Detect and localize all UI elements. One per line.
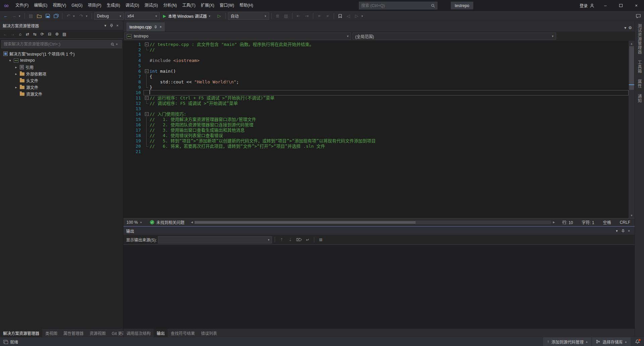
code-line-4[interactable]: 4#include <iostream> bbox=[123, 58, 629, 63]
notifications-button[interactable] bbox=[631, 337, 644, 346]
active-documents-chevron-icon[interactable]: ▾ bbox=[624, 25, 626, 30]
editor-vertical-scrollbar[interactable]: ▲ ▼ bbox=[629, 41, 635, 218]
next-message-icon[interactable]: ⇣ bbox=[286, 236, 294, 244]
breakpoint-margin[interactable] bbox=[123, 53, 130, 58]
close-icon[interactable]: × bbox=[114, 22, 120, 28]
chevron-down-icon[interactable]: ▾ bbox=[102, 22, 108, 28]
fold-margin[interactable] bbox=[144, 122, 150, 128]
start-debugging-button[interactable]: ▶ 本地 Windows 调试器 ▾ bbox=[161, 12, 215, 20]
breakpoint-margin[interactable] bbox=[123, 138, 130, 144]
menu-item-edit[interactable]: 编辑(E) bbox=[31, 0, 50, 11]
background-tasks-icon[interactable] bbox=[3, 340, 7, 343]
prev-message-icon[interactable]: ⇡ bbox=[278, 236, 285, 244]
menu-item-build[interactable]: 生成(B) bbox=[104, 0, 123, 11]
status-char[interactable]: 字符: 1 bbox=[577, 218, 598, 226]
fold-margin[interactable] bbox=[144, 106, 150, 112]
pin-icon[interactable] bbox=[620, 228, 626, 234]
solution-explorer-search-box[interactable]: ▾ bbox=[1, 40, 122, 48]
code-line-1[interactable]: 1−// testrepo.cpp : 此文件包含 "main" 函数。程序执行… bbox=[123, 42, 629, 47]
comment-selection-icon[interactable]: ≡ bbox=[316, 12, 323, 20]
breakpoint-margin[interactable] bbox=[123, 58, 130, 63]
member-list-icon[interactable]: ≣ bbox=[274, 12, 281, 20]
breakpoint-margin[interactable] bbox=[123, 63, 130, 69]
tab-testrepo-cpp[interactable]: testrepo.cpp × bbox=[126, 22, 165, 31]
code-line-17[interactable]: 17// 3. 使用输出窗口查看生成输出和其他消息 bbox=[123, 128, 629, 133]
output-source-dropdown[interactable]: ▾ bbox=[158, 236, 272, 244]
auto-dropdown[interactable]: 自动 ▾ bbox=[228, 12, 269, 20]
breakpoint-margin[interactable] bbox=[123, 90, 130, 95]
collapse-region-icon[interactable]: − bbox=[145, 43, 149, 46]
select-repository-button[interactable]: 选择存储库 ▴ bbox=[592, 337, 631, 346]
code-line-16[interactable]: 16// 2. 使用团队资源管理器窗口连接到源代码管理 bbox=[123, 122, 629, 128]
status-eol[interactable]: CRLF bbox=[615, 218, 635, 226]
redo-chevron-icon[interactable]: ▾ bbox=[86, 14, 89, 18]
fold-margin[interactable]: − bbox=[144, 95, 150, 101]
menu-item-extensions[interactable]: 扩展(X) bbox=[198, 0, 217, 11]
menu-item-tools[interactable]: 工具(T) bbox=[179, 0, 198, 11]
menu-item-project[interactable]: 项目(P) bbox=[85, 0, 104, 11]
next-bookmark-icon[interactable]: ▷ bbox=[353, 12, 361, 20]
save-all-icon[interactable] bbox=[52, 12, 60, 20]
collapse-region-icon[interactable]: − bbox=[145, 69, 149, 73]
right-dock-tab-notifications[interactable]: 通知 bbox=[637, 94, 642, 103]
open-file-icon[interactable] bbox=[36, 12, 43, 20]
se-home-icon[interactable]: ⌂ bbox=[17, 31, 23, 38]
project-scope-dropdown[interactable]: ++ testrepo ▾ bbox=[124, 32, 351, 40]
status-line[interactable]: 行: 10 bbox=[558, 218, 577, 226]
right-dock-tab-properties[interactable]: 属性 bbox=[637, 79, 642, 88]
panel-tab-find-symbol-results[interactable]: 查找符号结果 bbox=[168, 329, 198, 337]
configuration-dropdown[interactable]: Debug ▾ bbox=[94, 12, 124, 20]
code-line-12[interactable]: 12// 调试程序: F5 或调试 >“开始调试”菜单 bbox=[123, 101, 629, 106]
panel-tab-resource-view[interactable]: 资源视图 bbox=[87, 329, 109, 337]
scroll-left-icon[interactable]: ◀ bbox=[189, 221, 195, 224]
menu-item-test[interactable]: 测试(S) bbox=[142, 0, 161, 11]
solution-explorer-header[interactable]: 解决方案资源管理器 ▾ × bbox=[0, 21, 123, 30]
scroll-up-icon[interactable]: ▲ bbox=[629, 41, 635, 46]
panel-tab-solution-explorer[interactable]: 解决方案资源管理器 bbox=[0, 329, 42, 337]
se-properties-icon[interactable]: ⚙ bbox=[54, 31, 60, 38]
close-button[interactable]: × bbox=[629, 0, 644, 11]
code-line-2[interactable]: 2// bbox=[123, 47, 629, 53]
code-editor[interactable]: 1−// testrepo.cpp : 此文件包含 "main" 函数。程序执行… bbox=[123, 41, 629, 218]
start-without-debugging-icon[interactable]: ▷ bbox=[216, 12, 223, 20]
decrease-indent-icon[interactable]: ⇤ bbox=[295, 12, 302, 20]
output-content[interactable] bbox=[123, 245, 635, 329]
tree-item-source-files[interactable]: ▸ 源文件 bbox=[0, 84, 123, 90]
fold-margin[interactable]: − bbox=[144, 112, 150, 117]
se-sync-active-document-icon[interactable]: ⇆ bbox=[32, 31, 38, 38]
code-line-20[interactable]: 20// 6. 将来，若要再次打开此项目，请转到“文件”>“打开”>“项目”并选… bbox=[123, 144, 629, 149]
fold-margin[interactable] bbox=[144, 138, 150, 144]
pin-icon[interactable] bbox=[154, 25, 157, 29]
undo-chevron-icon[interactable]: ▾ bbox=[73, 14, 76, 18]
editor-horizontal-scrollbar[interactable]: ◀ ▶ bbox=[189, 218, 556, 226]
tree-item-project[interactable]: ▾ ++ testrepo bbox=[0, 57, 123, 64]
breakpoint-margin[interactable] bbox=[123, 112, 130, 117]
se-refresh-icon[interactable]: ⟳ bbox=[39, 31, 46, 38]
panel-tab-property-manager[interactable]: 属性管理器 bbox=[60, 329, 87, 337]
platform-dropdown[interactable]: x64 ▾ bbox=[125, 12, 160, 20]
fold-margin[interactable] bbox=[144, 90, 150, 95]
uncomment-selection-icon[interactable]: ≠ bbox=[324, 12, 331, 20]
zoom-dropdown[interactable]: 100 % ▾ bbox=[123, 218, 147, 226]
output-header[interactable]: 输出 ▾ × bbox=[123, 227, 635, 235]
word-wrap-icon[interactable]: ↵ bbox=[304, 236, 311, 244]
panel-tab-class-view[interactable]: 类视图 bbox=[42, 329, 60, 337]
new-project-icon[interactable]: ▤ bbox=[27, 12, 35, 20]
vs-logo-icon[interactable]: ∞ bbox=[0, 0, 13, 11]
menu-item-view[interactable]: 视图(V) bbox=[50, 0, 69, 11]
fold-margin[interactable] bbox=[144, 133, 150, 138]
code-line-3[interactable]: 3 bbox=[123, 53, 629, 58]
redo-icon[interactable]: ↷ bbox=[77, 12, 85, 20]
fold-margin[interactable] bbox=[144, 85, 150, 90]
hscrollbar-track[interactable] bbox=[195, 221, 551, 224]
tree-item-resource-files[interactable]: 资源文件 bbox=[0, 90, 123, 97]
code-line-11[interactable]: 11−// 运行程序: Ctrl + F5 或调试 >“开始执行(不调试)”菜单 bbox=[123, 95, 629, 101]
search-options-chevron-icon[interactable]: ▾ bbox=[116, 43, 119, 46]
breakpoint-margin[interactable] bbox=[123, 79, 130, 85]
chevron-down-icon[interactable]: ▾ bbox=[614, 228, 620, 234]
breakpoint-margin[interactable] bbox=[123, 95, 130, 101]
fold-margin[interactable] bbox=[144, 74, 150, 79]
scroll-down-icon[interactable]: ▼ bbox=[629, 213, 635, 218]
tree-item-header-files[interactable]: 头文件 bbox=[0, 77, 123, 84]
minimize-button[interactable]: – bbox=[598, 0, 613, 11]
